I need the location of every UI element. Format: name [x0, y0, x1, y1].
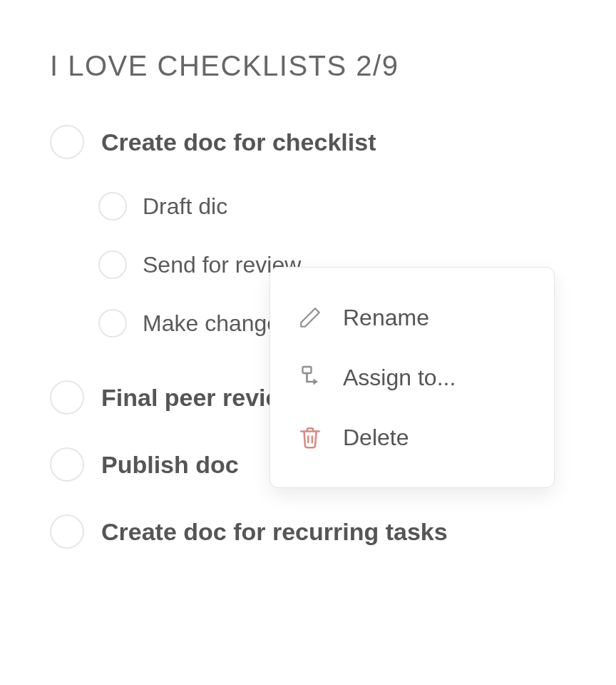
checklist-title: I LOVE CHECKLISTS 2/9 [50, 50, 566, 82]
menu-item-assign[interactable]: Assign to... [270, 347, 554, 407]
checkbox-circle-icon[interactable] [50, 447, 84, 482]
checkbox-circle-icon[interactable] [98, 309, 127, 338]
menu-item-label: Rename [343, 305, 429, 331]
menu-item-delete[interactable]: Delete [270, 407, 554, 467]
checkbox-circle-icon[interactable] [98, 192, 127, 220]
checkbox-circle-icon[interactable] [50, 125, 84, 159]
checklist-item-label: Create doc for recurring tasks [101, 518, 448, 546]
checklist-item-label: Final peer review [101, 384, 298, 412]
checklist-item-label: Create doc for checklist [101, 128, 376, 156]
checkbox-circle-icon[interactable] [50, 380, 84, 415]
checklist-subitem[interactable]: Draft dic [98, 192, 566, 220]
menu-item-label: Assign to... [343, 365, 456, 391]
checkbox-circle-icon[interactable] [50, 514, 84, 549]
assign-arrow-icon [296, 363, 324, 392]
pencil-icon [296, 303, 324, 332]
checklist-subitem-label: Make changes [143, 310, 291, 337]
checkbox-circle-icon[interactable] [98, 250, 127, 279]
menu-item-rename[interactable]: Rename [270, 288, 554, 347]
menu-item-label: Delete [343, 425, 409, 451]
trash-icon [296, 423, 324, 452]
checklist-item[interactable]: Create doc for recurring tasks [50, 514, 566, 549]
checklist-item-label: Publish doc [101, 451, 239, 479]
context-menu: Rename Assign to... Delete [270, 267, 555, 488]
checklist-item[interactable]: Create doc for checklist [50, 125, 566, 159]
checklist-subitem-label: Draft dic [143, 193, 227, 220]
